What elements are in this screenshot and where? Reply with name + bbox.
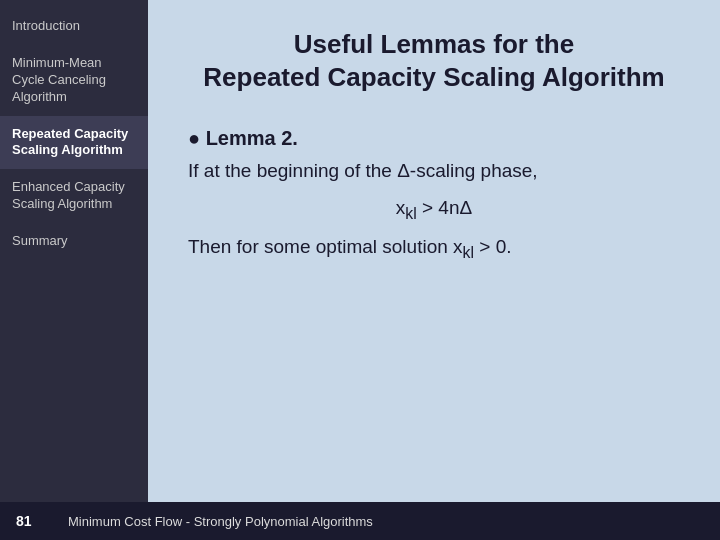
- line2-centered: xkl > 4nΔ: [188, 192, 680, 228]
- line1: If at the beginning of the Δ-scaling pha…: [188, 155, 680, 187]
- slide-content: Useful Lemmas for the Repeated Capacity …: [148, 0, 720, 502]
- footer: 81 Minimum Cost Flow - Strongly Polynomi…: [0, 502, 720, 540]
- content-area: Useful Lemmas for the Repeated Capacity …: [148, 0, 720, 502]
- slide-title: Useful Lemmas for the Repeated Capacity …: [188, 28, 680, 93]
- sidebar-item-enhanced-capacity[interactable]: Enhanced Capacity Scaling Algorithm: [0, 169, 148, 223]
- footer-title: Minimum Cost Flow - Strongly Polynomial …: [68, 514, 373, 529]
- sidebar: Introduction Minimum-Mean Cycle Cancelin…: [0, 0, 148, 502]
- bullet-lemma: ● Lemma 2.: [188, 121, 680, 155]
- sidebar-item-min-mean-cycle[interactable]: Minimum-Mean Cycle Canceling Algorithm: [0, 45, 148, 116]
- page-number: 81: [16, 513, 44, 529]
- sidebar-item-summary[interactable]: Summary: [0, 223, 148, 260]
- line3: Then for some optimal solution xkl > 0.: [188, 231, 680, 267]
- slide-body: ● Lemma 2. If at the beginning of the Δ-…: [188, 121, 680, 267]
- main-container: Introduction Minimum-Mean Cycle Cancelin…: [0, 0, 720, 502]
- sidebar-item-repeated-capacity[interactable]: Repeated Capacity Scaling Algorithm: [0, 116, 148, 170]
- sidebar-item-introduction[interactable]: Introduction: [0, 8, 148, 45]
